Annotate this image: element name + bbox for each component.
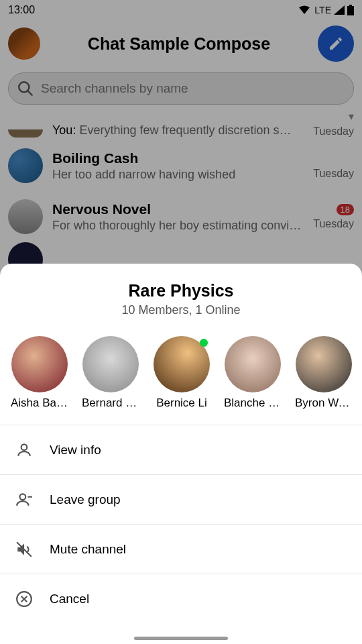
nav-handle[interactable] — [134, 637, 228, 640]
sheet-title: Rare Physics — [0, 281, 362, 301]
option-leave-group[interactable]: Leave group — [0, 475, 362, 525]
online-indicator — [200, 339, 208, 347]
member-avatar — [296, 336, 352, 392]
option-cancel[interactable]: Cancel — [0, 574, 362, 624]
member-avatar — [225, 336, 281, 392]
svg-point-4 — [21, 444, 27, 450]
svg-point-5 — [20, 494, 26, 500]
member-item[interactable]: Byron Wa… — [295, 336, 353, 410]
member-name: Bernard W… — [82, 396, 139, 410]
member-item[interactable]: Blanche S… — [224, 336, 282, 410]
member-name: Byron Wa… — [295, 396, 353, 410]
member-name: Blanche S… — [224, 396, 282, 410]
option-view-info[interactable]: View info — [0, 425, 362, 475]
member-item[interactable]: Aisha Bad… — [11, 336, 68, 410]
member-item[interactable]: Bernard W… — [82, 336, 139, 410]
member-avatar — [11, 336, 68, 392]
members-row[interactable]: Aisha Bad… Bernard W… Bernice Li Blanche… — [0, 317, 362, 425]
bottom-sheet: Rare Physics 10 Members, 1 Online Aisha … — [0, 264, 362, 644]
person-icon — [15, 441, 34, 460]
option-mute-channel[interactable]: Mute channel — [0, 525, 362, 574]
option-label: Mute channel — [50, 542, 126, 557]
option-label: Leave group — [50, 492, 121, 507]
member-name: Aisha Bad… — [11, 396, 68, 410]
option-label: Cancel — [50, 592, 89, 606]
person-remove-icon — [15, 490, 34, 509]
sheet-subtitle: 10 Members, 1 Online — [0, 303, 362, 317]
member-avatar — [82, 336, 139, 392]
close-circle-icon — [15, 590, 34, 608]
sheet-options: View info Leave group Mute channel Cance… — [0, 425, 362, 624]
member-item[interactable]: Bernice Li — [153, 336, 210, 410]
member-name: Bernice Li — [153, 396, 210, 410]
mute-icon — [15, 540, 34, 559]
option-label: View info — [50, 443, 101, 458]
